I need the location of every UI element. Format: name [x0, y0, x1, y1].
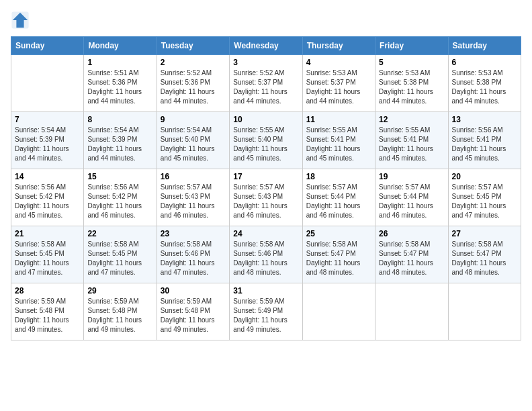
day-number: 21	[15, 229, 80, 238]
calendar-cell: 10Sunrise: 5:55 AMSunset: 5:40 PMDayligh…	[230, 112, 302, 169]
calendar-cell: 31Sunrise: 5:59 AMSunset: 5:49 PMDayligh…	[230, 283, 302, 340]
day-detail: Sunrise: 5:58 AMSunset: 5:45 PMDaylight:…	[15, 240, 80, 277]
day-detail: Sunrise: 5:58 AMSunset: 5:47 PMDaylight:…	[379, 240, 444, 277]
header-saturday: Saturday	[448, 37, 521, 55]
day-number: 30	[161, 286, 226, 295]
day-number: 14	[15, 172, 80, 181]
day-detail: Sunrise: 5:52 AMSunset: 5:37 PMDaylight:…	[233, 68, 298, 106]
header-monday: Monday	[84, 37, 157, 55]
day-number: 23	[161, 229, 226, 238]
calendar-cell: 25Sunrise: 5:58 AMSunset: 5:47 PMDayligh…	[302, 226, 375, 283]
calendar-cell	[302, 283, 375, 340]
day-detail: Sunrise: 5:59 AMSunset: 5:48 PMDaylight:…	[15, 297, 80, 334]
day-number: 24	[233, 229, 298, 238]
day-number: 18	[306, 172, 371, 181]
calendar-table: SundayMondayTuesdayWednesdayThursdayFrid…	[11, 36, 521, 340]
day-detail: Sunrise: 5:57 AMSunset: 5:43 PMDaylight:…	[161, 183, 226, 220]
header-friday: Friday	[375, 37, 448, 55]
calendar-cell: 18Sunrise: 5:57 AMSunset: 5:44 PMDayligh…	[302, 169, 375, 226]
calendar-cell	[375, 283, 448, 340]
day-number: 28	[15, 286, 80, 295]
day-number: 8	[87, 115, 152, 124]
day-detail: Sunrise: 5:54 AMSunset: 5:39 PMDaylight:…	[15, 126, 80, 163]
day-detail: Sunrise: 5:53 AMSunset: 5:37 PMDaylight:…	[306, 68, 371, 106]
calendar-cell: 1Sunrise: 5:51 AMSunset: 5:36 PMDaylight…	[84, 55, 157, 112]
calendar-cell: 6Sunrise: 5:53 AMSunset: 5:38 PMDaylight…	[448, 55, 521, 112]
calendar-week-row: 7Sunrise: 5:54 AMSunset: 5:39 PMDaylight…	[11, 112, 521, 169]
day-number: 17	[233, 172, 298, 181]
logo-icon	[11, 11, 30, 30]
day-detail: Sunrise: 5:59 AMSunset: 5:49 PMDaylight:…	[233, 297, 298, 334]
calendar-cell: 27Sunrise: 5:58 AMSunset: 5:47 PMDayligh…	[448, 226, 521, 283]
day-number: 25	[306, 229, 371, 238]
day-number: 5	[379, 58, 444, 67]
day-detail: Sunrise: 5:57 AMSunset: 5:45 PMDaylight:…	[452, 183, 517, 220]
day-detail: Sunrise: 5:58 AMSunset: 5:46 PMDaylight:…	[161, 240, 226, 277]
day-number: 31	[233, 286, 298, 295]
day-detail: Sunrise: 5:53 AMSunset: 5:38 PMDaylight:…	[452, 68, 517, 106]
calendar-cell	[448, 283, 521, 340]
calendar-cell: 7Sunrise: 5:54 AMSunset: 5:39 PMDaylight…	[11, 112, 84, 169]
calendar-cell: 8Sunrise: 5:54 AMSunset: 5:39 PMDaylight…	[84, 112, 157, 169]
calendar-cell: 16Sunrise: 5:57 AMSunset: 5:43 PMDayligh…	[157, 169, 229, 226]
day-detail: Sunrise: 5:54 AMSunset: 5:39 PMDaylight:…	[87, 126, 152, 163]
day-number: 12	[379, 115, 444, 124]
day-number: 20	[452, 172, 517, 181]
day-number: 26	[379, 229, 444, 238]
day-number: 7	[15, 115, 80, 124]
page-header	[11, 11, 521, 30]
day-number: 16	[161, 172, 226, 181]
header-sunday: Sunday	[11, 37, 84, 55]
calendar-cell: 15Sunrise: 5:56 AMSunset: 5:42 PMDayligh…	[84, 169, 157, 226]
header-tuesday: Tuesday	[157, 37, 229, 55]
calendar-cell: 29Sunrise: 5:59 AMSunset: 5:48 PMDayligh…	[84, 283, 157, 340]
calendar-cell: 3Sunrise: 5:52 AMSunset: 5:37 PMDaylight…	[230, 55, 302, 112]
day-detail: Sunrise: 5:53 AMSunset: 5:38 PMDaylight:…	[379, 68, 444, 106]
calendar-cell: 2Sunrise: 5:52 AMSunset: 5:36 PMDaylight…	[157, 55, 229, 112]
calendar-cell: 4Sunrise: 5:53 AMSunset: 5:37 PMDaylight…	[302, 55, 375, 112]
day-number: 1	[87, 58, 152, 67]
day-detail: Sunrise: 5:58 AMSunset: 5:47 PMDaylight:…	[452, 240, 517, 277]
calendar-cell: 14Sunrise: 5:56 AMSunset: 5:42 PMDayligh…	[11, 169, 84, 226]
header-thursday: Thursday	[302, 37, 375, 55]
calendar-cell	[11, 55, 84, 112]
day-number: 10	[233, 115, 298, 124]
day-number: 22	[87, 229, 152, 238]
day-number: 6	[452, 58, 517, 67]
calendar-cell: 28Sunrise: 5:59 AMSunset: 5:48 PMDayligh…	[11, 283, 84, 340]
calendar-cell: 30Sunrise: 5:59 AMSunset: 5:48 PMDayligh…	[157, 283, 229, 340]
calendar-cell: 11Sunrise: 5:55 AMSunset: 5:41 PMDayligh…	[302, 112, 375, 169]
calendar-cell: 13Sunrise: 5:56 AMSunset: 5:41 PMDayligh…	[448, 112, 521, 169]
day-detail: Sunrise: 5:55 AMSunset: 5:40 PMDaylight:…	[233, 126, 298, 163]
calendar-header-row: SundayMondayTuesdayWednesdayThursdayFrid…	[11, 37, 521, 55]
day-detail: Sunrise: 5:58 AMSunset: 5:47 PMDaylight:…	[306, 240, 371, 277]
day-detail: Sunrise: 5:54 AMSunset: 5:40 PMDaylight:…	[161, 126, 226, 163]
day-detail: Sunrise: 5:52 AMSunset: 5:36 PMDaylight:…	[161, 68, 226, 106]
day-detail: Sunrise: 5:56 AMSunset: 5:42 PMDaylight:…	[87, 183, 152, 220]
calendar-week-row: 21Sunrise: 5:58 AMSunset: 5:45 PMDayligh…	[11, 226, 521, 283]
day-number: 27	[452, 229, 517, 238]
calendar-cell: 19Sunrise: 5:57 AMSunset: 5:44 PMDayligh…	[375, 169, 448, 226]
day-number: 13	[452, 115, 517, 124]
calendar-week-row: 28Sunrise: 5:59 AMSunset: 5:48 PMDayligh…	[11, 283, 521, 340]
day-detail: Sunrise: 5:57 AMSunset: 5:44 PMDaylight:…	[306, 183, 371, 220]
day-number: 4	[306, 58, 371, 67]
day-detail: Sunrise: 5:51 AMSunset: 5:36 PMDaylight:…	[87, 68, 152, 106]
day-number: 9	[161, 115, 226, 124]
day-detail: Sunrise: 5:55 AMSunset: 5:41 PMDaylight:…	[379, 126, 444, 163]
day-number: 3	[233, 58, 298, 67]
calendar-cell: 12Sunrise: 5:55 AMSunset: 5:41 PMDayligh…	[375, 112, 448, 169]
day-number: 2	[161, 58, 226, 67]
day-number: 29	[87, 286, 152, 295]
day-detail: Sunrise: 5:57 AMSunset: 5:44 PMDaylight:…	[379, 183, 444, 220]
calendar-cell: 26Sunrise: 5:58 AMSunset: 5:47 PMDayligh…	[375, 226, 448, 283]
calendar-week-row: 1Sunrise: 5:51 AMSunset: 5:36 PMDaylight…	[11, 55, 521, 112]
calendar-cell: 17Sunrise: 5:57 AMSunset: 5:43 PMDayligh…	[230, 169, 302, 226]
logo	[11, 11, 32, 30]
day-number: 15	[87, 172, 152, 181]
calendar-week-row: 14Sunrise: 5:56 AMSunset: 5:42 PMDayligh…	[11, 169, 521, 226]
day-detail: Sunrise: 5:58 AMSunset: 5:45 PMDaylight:…	[87, 240, 152, 277]
calendar-cell: 20Sunrise: 5:57 AMSunset: 5:45 PMDayligh…	[448, 169, 521, 226]
day-detail: Sunrise: 5:56 AMSunset: 5:41 PMDaylight:…	[452, 126, 517, 163]
day-number: 11	[306, 115, 371, 124]
